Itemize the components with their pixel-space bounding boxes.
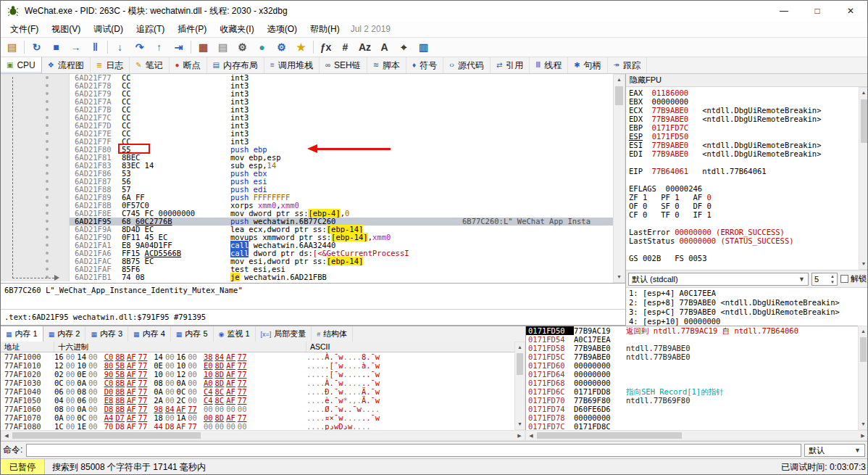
- restart-button[interactable]: ↻: [27, 38, 46, 56]
- tab-references[interactable]: ⇄引用: [491, 57, 530, 73]
- dump-row[interactable]: 77AF10300C000A00C08BAF7708000A00A08DAF77…: [1, 379, 514, 387]
- plugins-gear-button[interactable]: ⚙: [272, 38, 291, 56]
- tab-symbols[interactable]: ♦符号: [406, 57, 443, 73]
- register-line[interactable]: [629, 245, 868, 254]
- argument-count-spinner[interactable]: 5 ▲▼: [811, 273, 838, 286]
- tab-script[interactable]: ≋脚本: [367, 57, 406, 73]
- attach-button[interactable]: ▥: [414, 38, 433, 56]
- menu-选项O[interactable]: 选项(O): [261, 24, 304, 34]
- step-over-button[interactable]: ↷: [130, 38, 149, 56]
- command-input[interactable]: [26, 444, 801, 457]
- scroll-down-icon[interactable]: ▼: [515, 419, 525, 429]
- calling-convention-select[interactable]: 默认 (stdcall) ▼: [628, 273, 809, 286]
- stack-row[interactable]: 0171FD6C0171FDD8指向SEH_Record[1]的指针: [526, 387, 858, 396]
- tab-dump-1[interactable]: ▦内存 1: [1, 326, 43, 342]
- favourites-star-button[interactable]: ★: [291, 38, 311, 56]
- register-line[interactable]: GS 002B FS 0053: [629, 254, 868, 263]
- register-line[interactable]: ESI 77B9ABE0 <ntdll.DbgUiRemoteBreakin>: [629, 141, 868, 149]
- dump-hscrollbar[interactable]: ◀ ▶: [1, 430, 525, 441]
- tab-breakpoints[interactable]: ●断点: [170, 57, 207, 73]
- stack-row[interactable]: 0171FD7077B69F80ntdll.77B69F80: [526, 396, 858, 405]
- tab-struct[interactable]: #结构体: [312, 326, 353, 342]
- scroll-up-icon[interactable]: ▲: [859, 88, 868, 98]
- registers-panel[interactable]: 隐藏FPU EAX 01186000EBX 00000000ECX 77B9AB…: [625, 74, 868, 326]
- assembler-hash-button[interactable]: #: [335, 38, 355, 56]
- stack-argument[interactable]: 3: [esp+C] 77B9ABE0 <ntdll.DbgUiRemoteBr…: [629, 307, 868, 317]
- tab-seh[interactable]: ∞SEH链: [320, 57, 367, 73]
- scroll-right-icon[interactable]: ▶: [858, 431, 868, 440]
- tab-locals[interactable]: [x=]局部变量: [256, 326, 312, 342]
- tab-handles[interactable]: ✱句柄: [568, 57, 607, 73]
- stack-view[interactable]: 0171FD5077B9AC19返回到 ntdll.77B9AC19 自 ntd…: [525, 326, 858, 430]
- registers-list[interactable]: EAX 01186000EBX 00000000ECX 77B9ABE0 <nt…: [626, 87, 868, 270]
- stack-row[interactable]: 0171FD74D60FE6D6: [526, 405, 858, 413]
- scroll-down-icon[interactable]: ▼: [859, 419, 868, 429]
- tab-call-stack[interactable]: ≡调用堆栈: [264, 57, 320, 73]
- menu-插件P[interactable]: 插件(P): [171, 24, 213, 34]
- menu-视图V[interactable]: 视图(V): [45, 24, 87, 34]
- command-mode-select[interactable]: 默认 ▼: [804, 444, 865, 457]
- tab-dump-3[interactable]: ▦内存 3: [85, 326, 128, 342]
- find-a-button[interactable]: A: [375, 38, 394, 56]
- dump-view[interactable]: 77AF100016001400C08BAF77140016003884AF77…: [1, 352, 514, 430]
- register-line[interactable]: [629, 158, 868, 167]
- stack-row[interactable]: 0171FD54A0C17EEA: [526, 335, 858, 344]
- menu-文件F[interactable]: 文件(F): [4, 24, 45, 34]
- menu-追踪T[interactable]: 追踪(T): [130, 24, 171, 34]
- settings-gear-button[interactable]: ⚙: [233, 38, 252, 56]
- registers-scrollbar[interactable]: ▲ ▼: [859, 87, 868, 270]
- register-line[interactable]: ESP 0171FD50: [629, 132, 868, 141]
- minimize-button[interactable]: —: [767, 1, 801, 21]
- register-line[interactable]: EFLAGS 00000246: [629, 184, 868, 193]
- run-button[interactable]: →: [66, 38, 85, 56]
- dump-row[interactable]: 77AF104006000800D08BAF770A000C00C48CAF77…: [1, 387, 514, 396]
- register-line[interactable]: LastStatus 00000000 (STATUS_SUCCESS): [629, 236, 868, 245]
- scroll-left-icon[interactable]: ◀: [1, 431, 12, 440]
- lock-checkbox[interactable]: 解锁: [840, 273, 867, 284]
- register-line[interactable]: CF 0 TF 0 IF 1: [629, 210, 868, 219]
- tab-source[interactable]: ‹›源代码: [443, 57, 491, 73]
- scroll-up-icon[interactable]: ▲: [859, 326, 868, 336]
- dump-row[interactable]: 77AF102002000E00905BAF7710001200108DAF77…: [1, 370, 514, 379]
- register-line[interactable]: [629, 219, 868, 228]
- tab-graph[interactable]: ❖流程图: [42, 57, 91, 73]
- register-line[interactable]: [629, 175, 868, 184]
- tab-notes[interactable]: ✎笔记: [130, 57, 169, 73]
- stack-hscrollbar[interactable]: ◀ ▶: [525, 430, 868, 441]
- tab-dump-2[interactable]: ▦内存 2: [43, 326, 86, 342]
- notes-button[interactable]: ▤: [213, 38, 233, 56]
- stack-row[interactable]: 0171FD5C77B9ABE0ntdll.77B9ABE0: [526, 352, 858, 361]
- stack-row[interactable]: 0171FD6000000000: [526, 361, 858, 370]
- dump-row[interactable]: 77AF105004000600E88BAF772A002C00C48CAF77…: [1, 396, 514, 405]
- calculator-fx-button[interactable]: ƒx: [316, 38, 335, 56]
- menu-帮助H[interactable]: 帮助(H): [304, 24, 346, 34]
- register-line[interactable]: EBX 00000000: [629, 97, 868, 106]
- pause-button[interactable]: ‖: [85, 38, 105, 56]
- register-line[interactable]: ZF 1 PF 1 AF 0: [629, 193, 868, 202]
- dump-row[interactable]: 77AF100016001400C08BAF77140016003884AF77…: [1, 352, 514, 361]
- dump-row[interactable]: 77AF10801C001E0070D8AF7744D8AF7700000000…: [1, 422, 514, 430]
- strings-az-button[interactable]: Az: [355, 38, 375, 56]
- stack-argument[interactable]: 2: [esp+8] 77B9ABE0 <ntdll.DbgUiRemoteBr…: [629, 298, 868, 307]
- stack-scrollbar[interactable]: ▲ ▼: [858, 326, 868, 430]
- stack-row[interactable]: 0171FD6400000000: [526, 370, 858, 379]
- menu-调试D[interactable]: 调试(D): [87, 24, 130, 34]
- disasm-scrollbar[interactable]: ▲ ▼: [613, 74, 625, 283]
- register-line[interactable]: EDX 77B9ABE0 <ntdll.DbgUiRemoteBreakin>: [629, 115, 868, 123]
- open-file-button[interactable]: ▤: [2, 38, 22, 56]
- scroll-down-icon[interactable]: ▼: [859, 259, 868, 269]
- hide-fpu-button[interactable]: 隐藏FPU: [626, 74, 868, 87]
- stack-row[interactable]: 0171FD6800000000: [526, 379, 858, 387]
- stack-row[interactable]: 0171FD5077B9AC19返回到 ntdll.77B9AC19 自 ntd…: [526, 326, 858, 335]
- step-into-button[interactable]: ↓: [110, 38, 130, 56]
- stop-button[interactable]: ■: [46, 38, 66, 56]
- disassembly-view[interactable]: 6AD21F77CCint36AD21F78CCint36AD21F79CCin…: [1, 74, 613, 283]
- stack-argument[interactable]: 1: [esp+4] A0C17EEA: [629, 289, 868, 298]
- dump-row[interactable]: 77AF10700A000C00A4D7AF7718001A00008DAF77…: [1, 413, 514, 422]
- scroll-right-icon[interactable]: ▶: [514, 431, 525, 440]
- tab-dump-4[interactable]: ▦内存 4: [128, 326, 171, 342]
- dump-scrollbar[interactable]: ▲ ▼: [514, 342, 525, 430]
- scroll-up-icon[interactable]: ▲: [614, 75, 625, 85]
- scroll-left-icon[interactable]: ◀: [526, 431, 536, 440]
- scroll-down-icon[interactable]: ▼: [614, 272, 625, 282]
